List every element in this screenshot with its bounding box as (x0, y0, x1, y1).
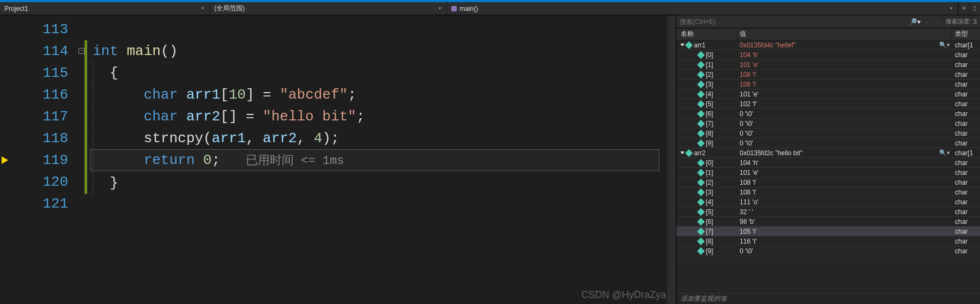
watch-row[interactable]: [6]98 'b'char (676, 217, 980, 227)
variable-icon (697, 247, 705, 255)
var-name: arr2 (694, 149, 705, 157)
var-type: char (952, 198, 980, 206)
var-value: 32 ' ' (740, 208, 753, 216)
col-type[interactable]: 类型 (952, 29, 980, 39)
code-line: strncpy(arr1, arr2, 4); (76, 127, 676, 149)
editor-pane: 113114115116117118119120121 −int main() … (0, 15, 676, 304)
line-number: 120 (11, 171, 68, 193)
watch-row[interactable]: [5]32 ' 'char (676, 207, 980, 217)
variable-icon (697, 159, 705, 167)
variable-icon (685, 41, 693, 49)
watch-row[interactable]: [0]104 'h'char (676, 50, 980, 60)
code-line: char arr1[10] = "abcdef"; (76, 84, 676, 106)
perf-hint: 已用时间 <= 1ms (246, 154, 344, 168)
watch-row[interactable]: [7]105 'i'char (676, 227, 980, 236)
indent-guide (93, 62, 93, 84)
var-name: [1] (706, 61, 713, 69)
var-type: char (952, 159, 980, 167)
function-dropdown[interactable]: main() ▼ (447, 2, 958, 15)
line-number: 114 (11, 40, 68, 62)
watch-row[interactable]: [4]111 'o'char (676, 197, 980, 207)
search-icon[interactable]: 🔎▾ (909, 18, 921, 26)
visualizer-icon[interactable]: 🔍▾ (939, 41, 950, 49)
col-value[interactable]: 值 (736, 29, 952, 39)
var-name: [5] (706, 208, 713, 216)
project-dropdown[interactable]: Project1 ▼ (0, 2, 210, 15)
var-type: char (952, 61, 980, 69)
watch-row[interactable]: [5]102 'f'char (676, 99, 980, 109)
var-value: 116 't' (740, 238, 757, 245)
change-indicator (84, 149, 87, 172)
watch-search-input[interactable] (680, 18, 907, 26)
watch-row[interactable]: [3]108 'l'char (676, 187, 980, 197)
watch-row[interactable]: [6]0 '\0'char (676, 109, 980, 119)
var-type: char[1 (952, 41, 980, 49)
function-icon (451, 6, 457, 11)
watch-row[interactable]: [8]0 '\0'char (676, 129, 980, 138)
watch-row[interactable]: [9]0 '\0'char (676, 138, 980, 148)
code-content[interactable]: −int main() { char arr1[10] = "abcdef"; … (76, 15, 676, 304)
code-area[interactable]: 113114115116117118119120121 −int main() … (0, 15, 676, 304)
change-indicator (84, 172, 87, 194)
watch-row[interactable]: [9]0 '\0'char (676, 246, 980, 256)
watch-row[interactable]: [2]108 'l'char (676, 70, 980, 80)
line-number: 116 (11, 84, 68, 106)
watch-row[interactable]: [7]0 '\0'char (676, 119, 980, 129)
code-line: −int main() (76, 40, 676, 62)
split-button[interactable]: + (958, 2, 969, 15)
col-name[interactable]: 名称 (676, 29, 736, 39)
watch-row[interactable]: [8]116 't'char (676, 236, 980, 246)
vertical-scrollbar[interactable] (667, 15, 676, 304)
watch-search-bar: 🔎▾ ← → 搜索深度: 3 (676, 15, 980, 28)
watch-row[interactable]: [3]108 'l'char (676, 80, 980, 89)
current-line-arrow-icon (2, 156, 8, 164)
var-name: [3] (706, 81, 713, 88)
change-indicator (84, 62, 87, 84)
var-name: [5] (706, 100, 713, 108)
variable-icon (697, 71, 705, 78)
prev-icon[interactable]: ← (924, 17, 931, 26)
var-value: 0 '\0' (740, 110, 753, 118)
watch-row[interactable]: arr10x0135fd4c "hellef"🔍▾char[1 (676, 40, 980, 50)
variable-icon (697, 139, 705, 147)
watch-row[interactable]: [4]101 'e'char (676, 89, 980, 99)
var-type: char (952, 189, 980, 196)
scope-name: (全局范围) (214, 4, 245, 13)
watch-row[interactable]: [2]108 'l'char (676, 178, 980, 187)
chevron-down-icon: ▼ (438, 6, 442, 11)
watch-pane: 🔎▾ ← → 搜索深度: 3 名称 值 类型 arr10x0135fd4c "h… (676, 15, 980, 304)
breakpoint-margin[interactable] (0, 15, 11, 304)
var-type: char (952, 169, 980, 177)
variable-icon (697, 238, 705, 245)
var-name: [9] (706, 139, 713, 147)
var-value: 102 'f' (740, 100, 757, 108)
var-value: 0 '\0' (740, 130, 753, 137)
watch-row[interactable]: [1]101 'e'char (676, 60, 980, 70)
next-icon[interactable]: → (934, 17, 941, 26)
indent-guide (93, 106, 93, 127)
expander-icon[interactable] (680, 151, 685, 154)
swap-button[interactable]: ↕ (969, 2, 980, 15)
scope-dropdown[interactable]: (全局范围) ▼ (210, 2, 447, 15)
variable-icon (685, 149, 693, 157)
fold-minus-icon[interactable]: − (78, 48, 84, 54)
watch-row[interactable]: [0]104 'h'char (676, 158, 980, 168)
watch-row[interactable]: [1]101 'e'char (676, 168, 980, 178)
var-value: 98 'b' (740, 218, 755, 226)
line-number: 121 (11, 193, 68, 215)
var-value: 0x0135fd4c "hellef" (740, 41, 796, 49)
variable-icon (697, 110, 705, 118)
watch-body[interactable]: arr10x0135fd4c "hellef"🔍▾char[1[0]104 'h… (676, 40, 980, 293)
expander-icon[interactable] (680, 44, 685, 46)
watch-row[interactable]: arr20x0135fd2c "hello bit"🔍▾char[1 (676, 148, 980, 158)
change-indicator (84, 40, 87, 62)
var-name: arr1 (694, 41, 705, 49)
var-value: 0 '\0' (740, 120, 753, 127)
var-name: [7] (706, 120, 713, 127)
watch-footer[interactable]: 添加要监视的项 (676, 293, 980, 304)
var-type: char (952, 218, 980, 226)
var-value: 108 'l' (740, 189, 757, 196)
indent-guide (93, 84, 93, 106)
var-name: [0] (706, 159, 713, 167)
visualizer-icon[interactable]: 🔍▾ (939, 149, 950, 157)
